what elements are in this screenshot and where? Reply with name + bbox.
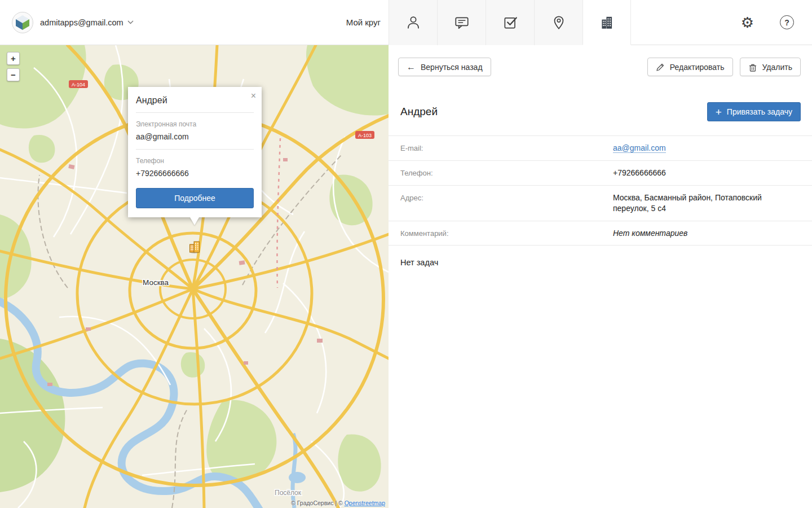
- detail-panel: ← Вернуться назад Редактировать: [389, 45, 812, 508]
- person-icon: [405, 14, 422, 31]
- contact-header: Андрей + Привязать задачу: [389, 102, 812, 135]
- zoom-in-button[interactable]: +: [7, 52, 20, 65]
- road-shield-a104: А-104: [69, 80, 88, 88]
- road-shield-a103-label: А-103: [358, 133, 372, 138]
- attribution-text: © ГрадоСервис | ©: [291, 500, 345, 506]
- field-label: Адрес:: [400, 192, 613, 202]
- road-shield-a103: А-103: [355, 131, 374, 139]
- map-marker-building[interactable]: [188, 240, 201, 253]
- trash-icon: [748, 63, 757, 72]
- edit-button-label: Редактировать: [670, 63, 725, 72]
- account-email: admitapps@gmail.com: [40, 18, 123, 27]
- tasks-empty-text: Нет задач: [400, 258, 812, 267]
- contact-address-value: Москва, Басманный район, Потаповский пер…: [613, 192, 793, 214]
- popup-email-value: aa@gmail.com: [136, 132, 254, 141]
- app-logo[interactable]: [11, 11, 34, 34]
- attach-task-button[interactable]: + Привязать задачу: [707, 102, 801, 121]
- account-menu[interactable]: admitapps@gmail.com: [40, 18, 134, 27]
- map-pin-icon: [550, 14, 567, 31]
- edit-button[interactable]: Редактировать: [647, 58, 733, 76]
- tab-tasks[interactable]: [486, 0, 534, 45]
- delete-button[interactable]: Удалить: [740, 58, 801, 76]
- main-tabs: [389, 0, 631, 45]
- map-popup: × Андрей Электронная почта aa@gmail.com …: [128, 87, 262, 217]
- header-left: admitapps@gmail.com Мой круг: [0, 0, 389, 45]
- road-shield-a104-label: А-104: [72, 82, 85, 87]
- divider: [136, 112, 254, 113]
- tab-chats[interactable]: [437, 0, 486, 45]
- contact-title: Андрей: [400, 106, 438, 118]
- building-marker-icon: [188, 240, 201, 253]
- tab-geo[interactable]: [534, 0, 582, 45]
- popup-phone-value: +79266666666: [136, 169, 254, 178]
- map-canvas[interactable]: А-104 А-103 Москва Посёлок + −: [0, 45, 389, 508]
- back-button-label: Вернуться назад: [421, 63, 483, 72]
- contact-phone-value: +79266666666: [613, 168, 793, 178]
- app-logo-icon: [11, 11, 34, 34]
- osm-link[interactable]: Openstreetmap: [345, 500, 385, 506]
- back-button[interactable]: ← Вернуться назад: [398, 58, 491, 76]
- field-row-email: E-mail: aa@gmail.com: [389, 136, 812, 161]
- divider: [136, 149, 254, 150]
- city-label: Москва: [143, 278, 169, 287]
- zoom-controls: + −: [7, 52, 20, 81]
- tab-organizations[interactable]: [582, 0, 631, 45]
- zoom-out-button[interactable]: −: [7, 68, 20, 81]
- chevron-down-icon: [127, 20, 134, 24]
- tab-contacts[interactable]: [389, 0, 437, 45]
- details-button[interactable]: Подробнее: [136, 188, 254, 208]
- popup-title: Андрей: [136, 95, 254, 106]
- contact-fields: E-mail: aa@gmail.com Телефон: +792666666…: [389, 135, 812, 246]
- pencil-icon: [656, 63, 665, 72]
- workspace-label[interactable]: Мой круг: [346, 17, 381, 27]
- back-arrow-icon: ←: [407, 63, 416, 72]
- header-right: ⚙ ?: [631, 0, 812, 45]
- close-icon[interactable]: ×: [251, 91, 256, 100]
- field-row-phone: Телефон: +79266666666: [389, 161, 812, 186]
- plus-icon: +: [716, 107, 722, 117]
- field-label: E-mail:: [400, 143, 613, 152]
- field-row-address: Адрес: Москва, Басманный район, Потаповс…: [389, 186, 812, 221]
- task-check-icon: [502, 14, 519, 31]
- panel-toolbar: ← Вернуться назад Редактировать: [389, 45, 812, 76]
- field-label: Телефон:: [400, 168, 613, 177]
- gear-icon[interactable]: ⚙: [741, 15, 754, 30]
- contact-comment-value: Нет комментариев: [613, 228, 793, 239]
- popup-email-label: Электронная почта: [136, 120, 254, 128]
- contact-email-link[interactable]: aa@gmail.com: [613, 143, 666, 153]
- chat-icon: [453, 14, 470, 31]
- header: admitapps@gmail.com Мой круг: [0, 0, 812, 45]
- help-icon[interactable]: ?: [780, 15, 794, 29]
- field-row-comment: Комментарий: Нет комментариев: [389, 221, 812, 246]
- popup-phone-label: Телефон: [136, 157, 254, 165]
- popup-tail: [190, 217, 199, 225]
- attach-task-label: Привязать задачу: [727, 107, 792, 116]
- map-attribution: © ГрадоСервис | © Openstreetmap: [291, 500, 385, 506]
- village-label: Посёлок: [275, 489, 302, 497]
- building-icon: [598, 14, 615, 31]
- delete-button-label: Удалить: [762, 63, 792, 72]
- field-label: Комментарий:: [400, 228, 613, 238]
